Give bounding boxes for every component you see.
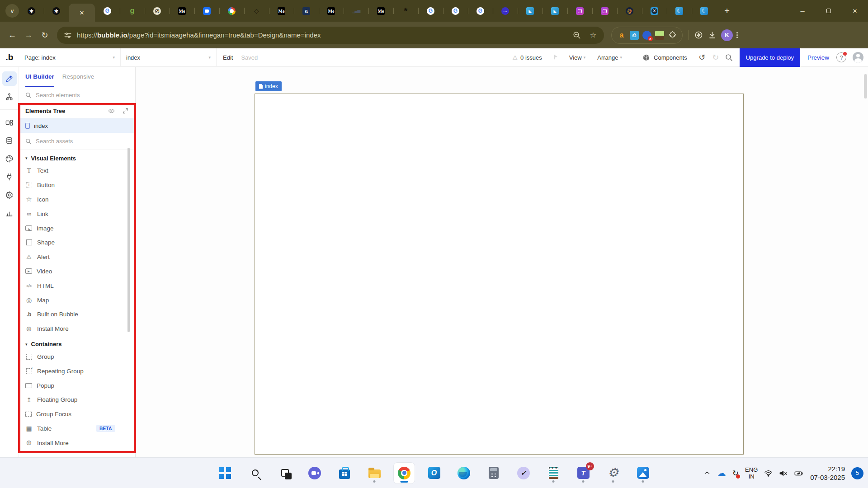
element-item-button[interactable]: Button: [19, 178, 135, 192]
language-indicator[interactable]: ENGIN: [745, 466, 758, 480]
element-item-built-on-bubble[interactable]: Built on Bubble: [19, 307, 135, 322]
search-elements-input[interactable]: [36, 92, 129, 99]
taskbar-task-view-button[interactable]: [274, 463, 295, 483]
pinned-tab-chatgpt[interactable]: ∗: [44, 0, 69, 22]
pinned-tab-asterisk[interactable]: *: [393, 0, 418, 22]
element-item-html[interactable]: HTML: [19, 278, 135, 293]
components-button[interactable]: Components: [634, 48, 695, 67]
pinned-tab-moon[interactable]: ☾: [692, 0, 717, 22]
data-tab-icon[interactable]: [2, 133, 17, 148]
page-selector-dropdown[interactable]: Page: index ▾: [19, 48, 121, 67]
tray-chevron-up-icon[interactable]: [703, 469, 711, 477]
element-item-floating-group[interactable]: Floating Group: [19, 393, 135, 407]
pinned-tab-google[interactable]: G: [443, 0, 468, 22]
upgrade-to-deploy-button[interactable]: Upgrade to deploy: [740, 48, 800, 67]
active-tab[interactable]: ✕: [69, 4, 95, 22]
design-tab-pencil-icon[interactable]: [2, 71, 17, 86]
element-item-group-focus[interactable]: Group Focus: [19, 407, 135, 422]
taskbar-photos-button[interactable]: [632, 463, 653, 483]
element-item-group[interactable]: Group: [19, 350, 135, 364]
element-item-image[interactable]: Image: [19, 221, 135, 235]
tab-close-icon[interactable]: ✕: [77, 8, 86, 17]
pinned-tab-sparkle[interactable]: ◇: [244, 0, 269, 22]
extensions-puzzle-icon[interactable]: [668, 31, 677, 40]
zoom-out-icon[interactable]: [572, 31, 581, 40]
element-item-install-more[interactable]: Install More: [19, 436, 135, 450]
tab-search-button[interactable]: ∨: [5, 4, 19, 18]
pinned-tab-ahrefs[interactable]: a: [294, 0, 319, 22]
tab-ui-builder[interactable]: UI Builder: [25, 73, 54, 87]
window-maximize-button[interactable]: [816, 0, 842, 22]
taskbar-outlook-button[interactable]: [424, 463, 444, 483]
pinned-tab-moon[interactable]: ☾: [667, 0, 692, 22]
pinned-tab-google[interactable]: G: [95, 0, 120, 22]
downloads-icon[interactable]: [708, 31, 717, 40]
address-bar[interactable]: https://bubble.io/page?id=itsmiaageha&fi…: [57, 27, 604, 44]
section-header-containers[interactable]: ▾Containers: [19, 336, 135, 350]
window-minimize-button[interactable]: ─: [789, 0, 816, 22]
antivirus-extension-icon[interactable]: [642, 31, 651, 40]
workflow-tab-icon[interactable]: [2, 89, 17, 104]
help-button[interactable]: ?: [836, 52, 846, 62]
taskbar-settings-button[interactable]: [603, 463, 623, 483]
element-item-popup[interactable]: Popup: [19, 378, 135, 393]
cursor-tool-icon[interactable]: [552, 53, 559, 62]
pinned-tab-google[interactable]: G: [418, 0, 443, 22]
redo-button[interactable]: ↻: [709, 51, 722, 64]
element-item-map[interactable]: Map: [19, 293, 135, 307]
taskbar-calculator-button[interactable]: [483, 463, 504, 483]
onedrive-icon[interactable]: ☁: [717, 468, 726, 479]
taskbar-notepad-button[interactable]: [543, 463, 564, 483]
taskbar-store-button[interactable]: [334, 463, 355, 483]
pinned-tab-chat-purple[interactable]: …: [493, 0, 518, 22]
element-item-repeating-group[interactable]: Repeating Group: [19, 364, 135, 378]
pinned-tab-google[interactable]: G: [468, 0, 493, 22]
tab-responsive[interactable]: Responsive: [62, 73, 94, 87]
expand-icon[interactable]: [122, 108, 129, 114]
wifi-icon[interactable]: [764, 469, 773, 478]
window-close-button[interactable]: ✕: [842, 0, 868, 22]
notification-count-badge[interactable]: 5: [851, 467, 863, 479]
pinned-tab-slash[interactable]: ⊘: [145, 0, 170, 22]
battery-saver-icon[interactable]: [794, 469, 804, 478]
taskbar-todo-button[interactable]: [513, 463, 534, 483]
pinned-tab-medium[interactable]: Me: [170, 0, 194, 22]
taskbar-file-explorer-button[interactable]: [364, 463, 385, 483]
plugins-tab-icon[interactable]: [2, 169, 17, 184]
pinned-tab-medium[interactable]: Me: [269, 0, 294, 22]
taskbar-chat-button[interactable]: [304, 463, 325, 483]
reload-button[interactable]: ↻: [37, 28, 52, 43]
pinned-tab-chatgpt[interactable]: ∗: [19, 0, 44, 22]
editor-profile-avatar[interactable]: [853, 52, 863, 63]
settings-tab-icon[interactable]: [2, 188, 17, 202]
pinned-tab-chart[interactable]: ▁▃▅: [344, 0, 368, 22]
taskbar-clock[interactable]: 22:1907-03-2025: [810, 465, 845, 482]
logs-tab-icon[interactable]: [2, 206, 17, 220]
volume-mute-icon[interactable]: [779, 469, 788, 478]
sidebar-scrollbar[interactable]: [127, 148, 130, 332]
issues-indicator[interactable]: ⚠ 0 issues: [512, 54, 542, 61]
layout-tab-icon[interactable]: [2, 115, 17, 130]
pinned-tab-greenhouse[interactable]: g: [120, 0, 145, 22]
tree-item-index[interactable]: index: [19, 118, 135, 133]
styles-tab-icon[interactable]: [2, 151, 17, 166]
canvas-page[interactable]: [255, 94, 744, 455]
performance-icon[interactable]: [694, 31, 703, 40]
element-item-video[interactable]: Video: [19, 264, 135, 279]
eye-icon[interactable]: [108, 108, 115, 114]
browser-menu-button[interactable]: [736, 32, 738, 38]
search-icon[interactable]: [722, 51, 736, 64]
search-assets-input[interactable]: [36, 138, 129, 145]
amazon-extension-icon[interactable]: a: [617, 31, 626, 40]
view-menu[interactable]: View ▾: [569, 54, 585, 61]
element-item-icon[interactable]: Icon: [19, 192, 135, 207]
browser-profile-avatar[interactable]: K: [721, 29, 733, 41]
element-item-install-more[interactable]: Install More: [19, 322, 135, 336]
pinned-tab-medium[interactable]: Me: [319, 0, 344, 22]
back-button[interactable]: ←: [5, 28, 20, 43]
pinned-tab-instagram[interactable]: [592, 0, 617, 22]
element-item-text[interactable]: Text: [19, 164, 135, 178]
pinned-tab-excel[interactable]: [642, 0, 667, 22]
taskbar-edge-button[interactable]: [453, 463, 474, 483]
element-selector-dropdown[interactable]: index ▾: [121, 48, 217, 67]
